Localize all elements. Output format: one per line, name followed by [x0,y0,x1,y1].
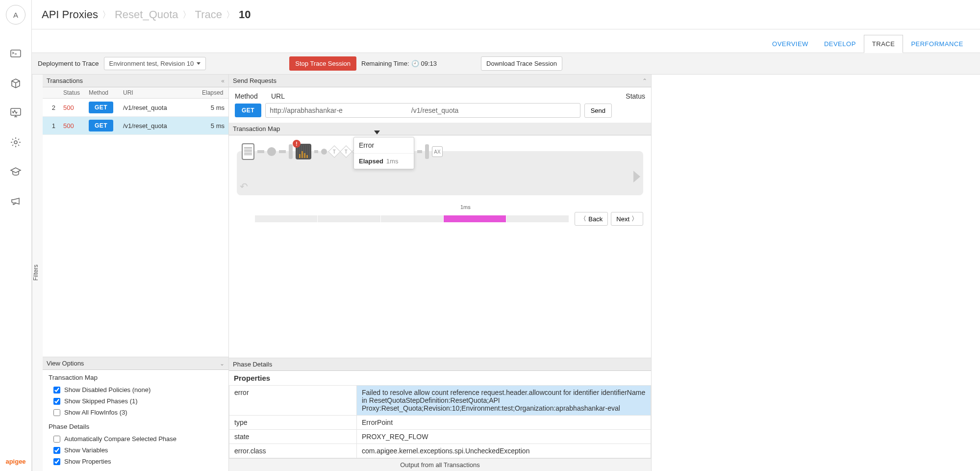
transaction-map-title: Transaction Map [233,125,280,132]
prop-key: type [229,416,357,430]
opt-disabled-policies[interactable]: Show Disabled Policies (none) [49,384,223,395]
crumb-api-proxies[interactable]: API Proxies [42,8,98,21]
tab-overview[interactable]: OVERVIEW [764,35,816,52]
send-button[interactable]: Send [584,104,612,118]
tabs: OVERVIEW DEVELOP TRACE PERFORMANCE [32,29,980,53]
box-icon[interactable] [10,78,22,89]
checkbox[interactable] [53,458,60,465]
crumb-revision: 10 [239,8,251,21]
graduation-icon[interactable] [10,166,22,178]
quota-policy-icon[interactable]: ! [296,144,311,159]
tab-develop[interactable]: DEVELOP [816,35,864,52]
collapse-down-icon[interactable]: ⌄ [220,360,225,367]
environment-selector[interactable]: Environment test, Revision 10 [104,57,206,70]
flow-dot[interactable] [267,147,276,156]
flow-pipe[interactable] [289,144,293,159]
output-bar[interactable]: Output from all Transactions [229,458,651,471]
prop-key: error.class [229,444,357,458]
tooltip-title: Error [354,137,414,154]
back-label: Back [588,215,603,223]
prop-value: Failed to resolve allow count reference … [357,386,651,416]
remaining-label: Remaining Time: [361,60,409,67]
opt-label: Show Properties [64,458,111,465]
opt-show-properties[interactable]: Show Properties [49,456,223,467]
prop-key: state [229,430,357,444]
breadcrumb: API Proxies 〉 Reset_Quota 〉 Trace 〉 10 [32,0,980,29]
client-device-icon[interactable] [242,143,254,160]
row-index: 2 [43,99,59,117]
url-input[interactable]: http://aprabhashankar-e hidden /v1/reset… [265,103,580,118]
method-selector[interactable]: GET [235,104,261,117]
prop-value: PROXY_REQ_FLOW [357,430,651,444]
return-arrow-icon: ↶ [240,181,248,192]
table-row[interactable]: 2 500 GET /v1/reset_quota 5 ms [43,99,228,117]
timeline-label: 1ms [460,204,471,210]
send-requests-title: Send Requests [233,77,276,84]
download-trace-button[interactable]: Download Trace Session [481,56,562,71]
opt-label: Show Skipped Phases (1) [64,397,138,405]
col-uri: URI [119,87,198,99]
col-method: Method [85,87,119,99]
avatar[interactable]: A [6,5,25,25]
next-button[interactable]: Next〉 [611,212,643,226]
tab-performance[interactable]: PERFORMANCE [903,35,971,52]
next-label: Next [616,215,629,223]
condition-icon[interactable]: T [340,145,352,157]
gear-icon[interactable] [10,136,22,148]
transaction-map-header: Transaction Map [229,123,651,135]
crumb-proxy[interactable]: Reset_Quota [115,8,178,21]
tooltip-key: Elapsed [359,157,383,165]
transactions-title: Transactions [47,77,83,84]
crumb-trace[interactable]: Trace [195,8,222,21]
terminal-icon[interactable] [10,48,22,60]
analytics-icon[interactable]: AX [432,146,443,157]
table-row: type ErrorPoint [229,416,651,430]
tooltip-val: 1ms [386,157,399,165]
properties-table: error Failed to resolve allow count refe… [229,385,651,458]
url-col-label: URL [271,92,285,100]
megaphone-icon[interactable] [10,195,22,207]
forward-arrow-icon [633,171,640,183]
phase-details-title: Phase Details [233,361,272,368]
table-row[interactable]: 1 500 GET /v1/reset_quota 5 ms [43,117,228,135]
checkbox[interactable] [53,398,60,405]
status-col-label: Status [626,92,645,100]
filters-tab[interactable]: Filters [32,75,43,471]
url-prefix: http://aprabhashankar-e [270,106,343,114]
table-row: error.class com.apigee.kernel.exceptions… [229,444,651,458]
clock-icon: 🕘 [411,60,419,67]
transactions-table: Status Method URI Elapsed 2 500 GET /v1/… [43,87,228,135]
monitor-icon[interactable] [10,107,22,119]
flow-dot[interactable] [321,149,327,155]
checkbox[interactable] [53,447,60,454]
row-index: 1 [43,117,59,135]
tab-trace[interactable]: TRACE [864,35,904,53]
chevron-right-icon: 〉 [226,9,235,21]
table-row: error Failed to resolve allow count refe… [229,386,651,416]
opt-skipped-phases[interactable]: Show Skipped Phases (1) [49,395,223,407]
caret-down-icon [197,62,201,65]
chevron-left-icon: 〈 [580,214,586,223]
transactions-header: Transactions « [43,75,228,87]
prop-value: com.apigee.kernel.exceptions.spi.Uncheck… [357,444,651,458]
trace-toolbar: Deployment to Trace Environment test, Re… [32,53,980,75]
phase-details-header: Phase Details [229,358,651,371]
flow-pipe[interactable] [425,144,429,159]
col-elapsed: Elapsed [198,87,228,99]
environment-label: Environment test, Revision 10 [109,60,194,67]
checkbox[interactable] [53,436,60,443]
condition-icon[interactable]: T [328,145,340,157]
checkbox[interactable] [53,387,60,393]
opt-all-flowinfos[interactable]: Show All FlowInfos (3) [49,407,223,418]
collapse-left-icon[interactable]: « [221,78,225,84]
remaining-time: Remaining Time: 🕘 09:13 [361,60,437,67]
timeline[interactable] [254,215,569,222]
expand-icon[interactable]: ⌃ [642,78,647,84]
opt-show-variables[interactable]: Show Variables [49,445,223,456]
back-button[interactable]: 〈Back [575,212,608,226]
checkbox[interactable] [53,409,60,416]
remaining-value: 09:13 [421,60,437,67]
stop-trace-button[interactable]: Stop Trace Session [289,56,356,71]
opt-auto-compare[interactable]: Automatically Compare Selected Phase [49,433,223,445]
view-options-header: View Options ⌄ [43,357,228,370]
